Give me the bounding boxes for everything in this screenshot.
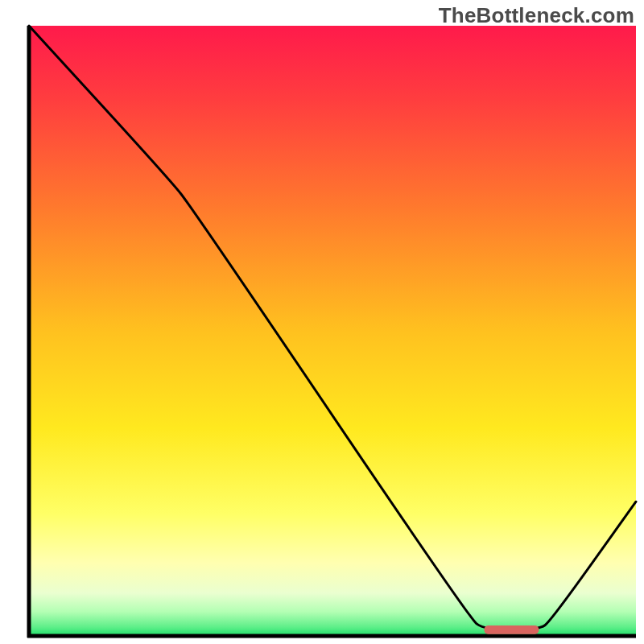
plot-background <box>29 26 636 636</box>
optimal-range-marker <box>485 625 539 634</box>
chart-container: TheBottleneck.com <box>0 0 644 644</box>
bottleneck-chart <box>0 0 644 644</box>
watermark-text: TheBottleneck.com <box>439 3 634 28</box>
